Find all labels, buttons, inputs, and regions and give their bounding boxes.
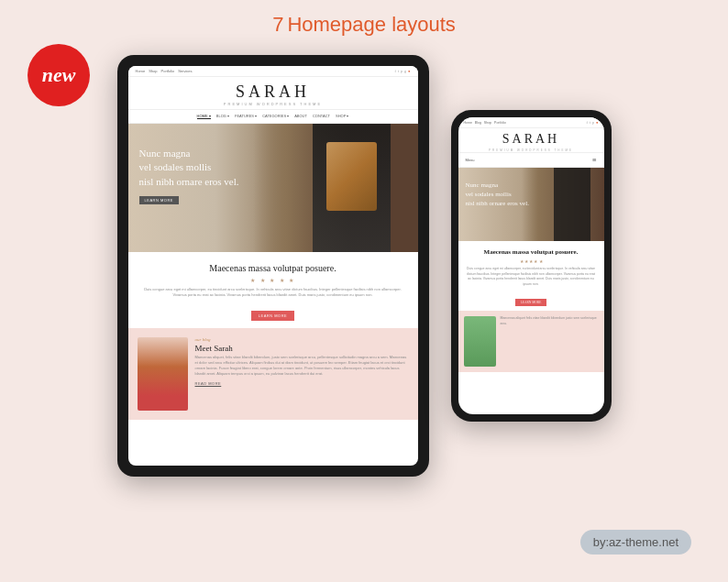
phone-nav-links: Home Blog Shop Portfolio xyxy=(464,121,506,125)
pink-section: our blog Meet Sarah Maecenas aliquet, fe… xyxy=(128,328,418,420)
phone-section2-body: Duis congue arcu eget mi ullamcorper, eu… xyxy=(466,267,597,287)
phone-device: Home Blog Shop Portfolio ftp ● SARAH PRE… xyxy=(451,110,612,422)
hero-cta-button[interactable]: LEARN MORE xyxy=(139,196,179,204)
phone-nav-top: Home Blog Shop Portfolio ftp ● xyxy=(458,117,604,128)
phone-menu-bar: Menu ≡ xyxy=(458,152,604,168)
phone-content-section: Maecenas massa volutpat posuere. ★ ★ ★ ★… xyxy=(458,241,604,311)
phone-hero: Nunc magna vel sodales mollis nisl nibh … xyxy=(458,168,604,241)
phone-menu-label: Menu xyxy=(466,158,475,162)
nav-links: Home Shop Portfolio Services xyxy=(136,69,193,73)
attribution-text: by:az-theme.net xyxy=(593,535,678,549)
site-menu-bar: HOME ▾ BLOG ▾ FEATURES ▾ CATEGORIES ▾ AB… xyxy=(128,110,418,124)
hamburger-icon[interactable]: ≡ xyxy=(592,156,597,164)
phone-cta-button[interactable]: LEARN MORE xyxy=(515,299,547,306)
site-nav-top: Home Shop Portfolio Services f t p g ● xyxy=(128,66,418,77)
content-section: Maecenas massa volutpat posuere. ★ ★ ★ ★… xyxy=(128,252,418,328)
devices-container: Home Shop Portfolio Services f t p g ● S… xyxy=(0,46,728,477)
attribution-badge: by:az-theme.net xyxy=(580,530,691,555)
phone-hero-text: Nunc magna vel sodales mollis nisl nibh … xyxy=(466,181,529,208)
phone-stars: ★ ★ ★ ★ ★ xyxy=(466,258,597,264)
tablet-screen: Home Shop Portfolio Services f t p g ● S… xyxy=(128,66,418,466)
section3-tag: our blog xyxy=(195,337,409,342)
section3-read-more[interactable]: READ MORE xyxy=(195,381,409,386)
phone-pink-section: Maecenas aliquet felis vitae blandit bib… xyxy=(458,311,604,372)
author-text: our blog Meet Sarah Maecenas aliquet, fe… xyxy=(195,337,409,386)
hero-text: Nunc magna vel sodales mollis nisl nibh … xyxy=(139,147,239,205)
phone-social-icons: ftp ● xyxy=(587,120,599,125)
site-logo: SARAH xyxy=(128,82,418,102)
page-header: 7 Homepage layouts xyxy=(0,0,728,37)
phone-screen: Home Blog Shop Portfolio ftp ● SARAH PRE… xyxy=(458,117,604,414)
new-badge-label: new xyxy=(42,63,76,87)
page-title: Homepage layouts xyxy=(287,13,455,36)
phone-logo: SARAH xyxy=(458,128,604,148)
phone-hero-heading: Nunc magna vel sodales mollis nisl nibh … xyxy=(466,181,529,208)
section3-heading: Meet Sarah xyxy=(195,344,409,353)
new-badge: new xyxy=(28,44,90,106)
tablet-device: Home Shop Portfolio Services f t p g ● S… xyxy=(117,55,429,477)
phone-section2-heading: Maecenas massa volutpat posuere. xyxy=(466,248,597,256)
site-logo-area: SARAH PREMIUM WORDPRESS THEME xyxy=(128,77,418,110)
section3-body: Maecenas aliquet, felis vitae blandit bi… xyxy=(195,355,409,377)
section2-cta-button[interactable]: LEARN MORE xyxy=(251,311,294,321)
author-image xyxy=(138,337,188,411)
hero-heading: Nunc magna vel sodales mollis nisl nibh … xyxy=(139,147,239,189)
site-logo-sub: PREMIUM WORDPRESS THEME xyxy=(128,102,418,106)
hero-area: Nunc magna vel sodales mollis nisl nibh … xyxy=(128,124,418,252)
section2-body: Duis congue arcu eget mi ullamcorper, eu… xyxy=(142,287,404,299)
phone-plant-image xyxy=(464,316,496,367)
layout-count: 7 xyxy=(272,13,283,36)
section2-stars: ★ ★ ★ ★ ★ xyxy=(142,277,404,283)
phone-pink-text: Maecenas aliquet felis vitae blandit bib… xyxy=(501,316,599,326)
section2-heading: Maecenas massa volutpat posuere. xyxy=(142,263,404,273)
social-icons: f t p g ● xyxy=(395,69,411,73)
